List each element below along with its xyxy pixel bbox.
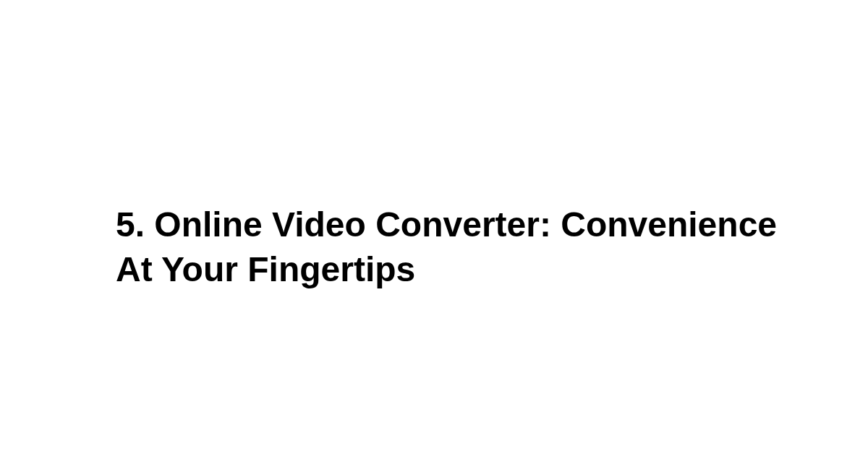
section-heading: 5. Online Video Converter: Convenience A… bbox=[116, 202, 781, 293]
